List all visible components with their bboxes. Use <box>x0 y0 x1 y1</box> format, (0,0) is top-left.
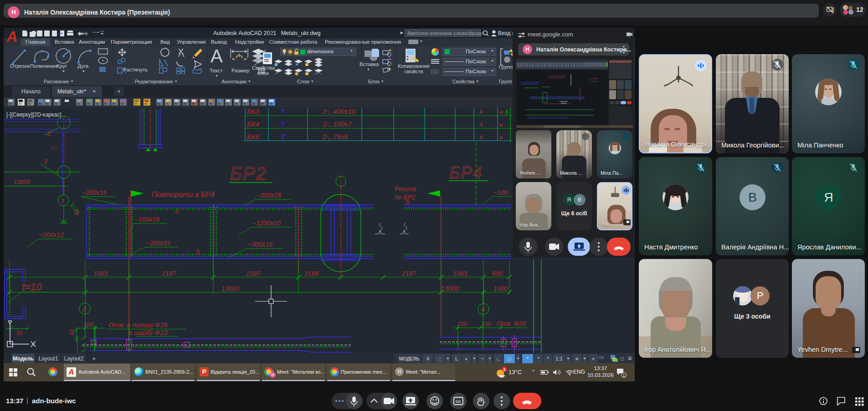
svg-text:Т: Т <box>281 120 286 128</box>
svg-text:60: 60 <box>69 329 75 335</box>
svg-text:−300х18: −300х18 <box>257 192 281 199</box>
svg-text:−100: −100 <box>493 189 508 196</box>
svg-text:2∟100х7: 2∟100х7 <box>322 120 352 128</box>
svg-text:[-][Сверху][2D-каркас]: [-][Сверху][2D-каркас] <box>6 112 62 118</box>
svg-text:−300х16: −300х16 <box>248 241 272 248</box>
svg-text:Решта: Решта <box>395 185 416 193</box>
svg-text:55: 55 <box>16 330 23 336</box>
svg-text:3: 3 <box>61 198 64 204</box>
svg-text:4: 4 <box>479 108 483 115</box>
svg-text:2187: 2187 <box>246 270 261 277</box>
svg-text:5: 5 <box>196 248 200 255</box>
svg-text:К1: К1 <box>51 145 57 152</box>
svg-text:13000: 13000 <box>221 285 239 292</box>
svg-text:БР2: БР2 <box>230 163 267 183</box>
svg-text:t=10: t=10 <box>22 281 42 293</box>
svg-text:100: 100 <box>83 321 93 328</box>
svg-text:Т: Т <box>281 108 286 115</box>
svg-text:−1200х10: −1200х10 <box>252 219 281 227</box>
svg-text:Т: Т <box>281 133 286 141</box>
svg-text:1083: 1083 <box>93 270 108 277</box>
svg-text:1: 1 <box>622 373 625 378</box>
svg-text:4: 4 <box>479 121 483 128</box>
svg-text:CC: CC <box>456 400 461 404</box>
svg-text:БР4: БР4 <box>449 163 483 182</box>
svg-text:м: м <box>499 122 503 127</box>
svg-text:100: 100 <box>481 320 491 327</box>
svg-text:2188: 2188 <box>304 270 318 277</box>
svg-text:13000: 13000 <box>441 285 459 292</box>
svg-text:2187: 2187 <box>401 270 416 277</box>
svg-text:по БР2: по БР2 <box>395 193 416 201</box>
svg-text:2: 2 <box>47 130 51 137</box>
svg-text:2: 2 <box>503 367 505 372</box>
svg-text:5: 5 <box>406 198 409 206</box>
svg-text:3: 3 <box>44 158 47 165</box>
svg-text:Отв. в полицi Ф26: Отв. в полицi Ф26 <box>108 321 168 329</box>
svg-text:800: 800 <box>492 270 503 277</box>
svg-text:м: м <box>499 109 503 115</box>
svg-text:БК3: БК3 <box>247 108 260 115</box>
svg-text:м: м <box>499 135 503 140</box>
svg-text:2∟400х10: 2∟400х10 <box>322 108 356 115</box>
svg-text:100: 100 <box>457 320 467 327</box>
svg-text:БК5: БК5 <box>247 133 260 141</box>
svg-text:1000: 1000 <box>493 285 508 292</box>
svg-text:−200х16: −200х16 <box>82 189 107 196</box>
svg-text:4: 4 <box>479 134 483 141</box>
svg-text:БК4: БК4 <box>247 120 259 128</box>
svg-text:2: 2 <box>82 305 86 313</box>
svg-text:в шайбi Ф23: в шайбi Ф23 <box>128 329 168 336</box>
svg-text:Повторити в БР4: Повторити в БР4 <box>152 191 215 198</box>
svg-text:13000: 13000 <box>14 178 31 185</box>
svg-text:5: 5 <box>175 208 179 215</box>
svg-text:2∟75х6: 2∟75х6 <box>322 133 348 141</box>
svg-text:1083: 1083 <box>453 270 467 277</box>
svg-text:Отв. Ф26: Отв. Ф26 <box>497 320 526 327</box>
svg-text:−200х12: −200х12 <box>39 231 64 238</box>
svg-text:2187: 2187 <box>161 270 176 277</box>
svg-text:−100х16: −100х16 <box>135 216 159 223</box>
svg-text:−200х16: −200х16 <box>146 239 170 247</box>
